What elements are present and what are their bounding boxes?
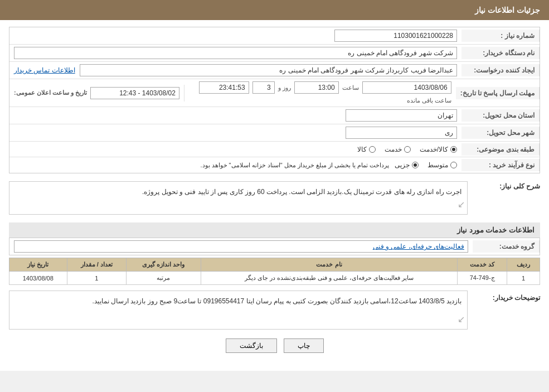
process-radio-medium[interactable]: متوسط [427, 161, 457, 169]
deadline-days-label: روز و [278, 84, 291, 91]
narration-box: اجرت راه اندازی رله های قدرت ترمینال یک.… [9, 181, 468, 215]
requester-org-value-cell: شرکت شهر فرودگاهی امام خمینی ره [9, 45, 461, 61]
deadline-row: مهلت ارسال پاسخ تا تاریخ: 1403/08/06 ساع… [9, 79, 540, 107]
creator-row: ایجاد کننده درخواست: عبدالرضا فریب کاربر… [9, 62, 540, 79]
province-label: استان محل تحویل: [461, 109, 540, 122]
cell-code: ج-749-74 [458, 272, 507, 285]
requester-org-row: نام دستگاه خریدار: شرکت شهر فرودگاهی اما… [9, 45, 540, 62]
city-label: شهر محل تحویل: [461, 127, 540, 139]
announce-value-input: 1403/08/02 - 12:43 [90, 87, 179, 99]
desc-resize-handle-icon: ↙ [458, 312, 465, 328]
col-row: ردیف [507, 258, 540, 272]
group-service-row: گروه خدمت: فعالیت‌های حرفه‌ای، علمی و فن… [9, 238, 540, 255]
deadline-time-input: 13:00 [294, 81, 339, 94]
need-number-label: شماره نیاز : [461, 30, 540, 42]
province-value-cell: تهران [9, 107, 461, 124]
cell-row: 1 [507, 272, 540, 285]
services-table: ردیف کد خدمت نام خدمت واحد اندازه گیری ت… [9, 258, 540, 285]
category-radio-kala-service[interactable]: کالا/خدمت [420, 146, 457, 153]
deadline-date-input: 1403/08/06 [362, 81, 451, 94]
deadline-label: مهلت ارسال پاسخ تا تاریخ: [456, 87, 540, 99]
deadline-days-input: 3 [252, 81, 275, 94]
creator-label: ایجاد کننده درخواست: [461, 64, 540, 76]
page-title: جزئیات اطلاعات نیاز [475, 6, 540, 14]
category-label: طبقه بندی موضوعی: [461, 143, 540, 156]
category-radio-kala-circle [369, 146, 376, 153]
need-number-input: 1103001621000228 [334, 30, 457, 42]
process-radio-small[interactable]: جزیی [395, 161, 419, 169]
city-value-cell: ری [9, 124, 461, 141]
services-table-header-row: ردیف کد خدمت نام خدمت واحد اندازه گیری ت… [9, 258, 540, 272]
print-button[interactable]: چاپ [284, 338, 324, 353]
process-radio-group: متوسط جزیی [395, 161, 457, 169]
back-button[interactable]: بازگشت [226, 338, 277, 353]
buyer-desc-label: توضیحات خریدار: [473, 291, 540, 302]
narration-label: شرح کلی نیاز: [473, 179, 540, 190]
announce-section: 1403/08/02 - 12:43 تاریخ و ساعت اعلان عم… [9, 85, 184, 101]
deadline-time-label: ساعت [342, 84, 359, 91]
buyer-description-section: توضیحات خریدار: بازدید 1403/8/5 ساعت12،ا… [9, 291, 540, 330]
deadline-time-inner: 1403/08/06 ساعت 13:00 روز و 3 23:41:53 [189, 81, 451, 104]
cell-unit: مرتبه [127, 272, 201, 285]
services-title: اطلاعات خدمات مورد نیاز [9, 222, 540, 238]
category-value-cell: کالا/خدمت خدمت کالا [9, 143, 461, 156]
requester-org-label: نام دستگاه خریدار: [461, 47, 540, 59]
deadline-value-cell: 1403/08/06 ساعت 13:00 روز و 3 23:41:53 [184, 79, 456, 107]
resize-handle-icon: ↙ [458, 197, 465, 213]
province-input: تهران [346, 109, 457, 122]
footer-buttons: چاپ بازگشت [9, 338, 540, 353]
col-date: تاریخ نیاز [9, 258, 67, 272]
page-wrapper: جزئیات اطلاعات نیاز شماره نیاز : 1103001… [0, 0, 549, 371]
creator-input: عبدالرضا فریب کاربرداز شرکت شهر فرودگاهی… [80, 64, 457, 76]
services-table-body: 1 ج-749-74 سایر فعالیت‌های حرفه‌ای، علمی… [9, 272, 540, 285]
col-code: کد خدمت [458, 258, 507, 272]
announce-label: تاریخ و ساعت اعلان عمومی: [14, 89, 87, 96]
process-value-cell: متوسط جزیی پرداخت تمام یا بخشی از مبلغ خ… [9, 159, 461, 171]
process-radio-medium-circle [450, 162, 457, 168]
narration-section: شرح کلی نیاز: اجرت راه اندازی رله های قد… [9, 179, 540, 217]
process-row: نوع فرآیند خرید : متوسط جزیی پرداخت تمام… [9, 157, 540, 173]
col-quantity: تعداد / مقدار [67, 258, 127, 272]
buyer-desc-wrapper: توضیحات خریدار: بازدید 1403/8/5 ساعت12،ا… [9, 291, 540, 330]
col-unit: واحد اندازه گیری [127, 258, 201, 272]
cell-quantity: 1 [67, 272, 127, 285]
city-row: شهر محل تحویل: ری [9, 124, 540, 142]
process-label: نوع فرآیند خرید : [461, 159, 540, 171]
contact-link[interactable]: اطلاعات تماس خریدار [14, 66, 75, 74]
narration-wrapper: شرح کلی نیاز: اجرت راه اندازی رله های قد… [9, 179, 540, 217]
creator-value-cell: عبدالرضا فریب کاربرداز شرکت شهر فرودگاهی… [9, 62, 461, 79]
category-radio-service-circle [404, 146, 411, 153]
process-radio-small-circle [412, 162, 419, 168]
category-radio-group: کالا/خدمت خدمت کالا [357, 146, 457, 153]
group-service-value-cell: فعالیت‌های حرفه‌ای، علمی و فنی [9, 238, 473, 255]
deadline-remaining-label: ساعت باقی مانده [407, 97, 451, 104]
buyer-desc-box: بازدید 1403/8/5 ساعت12،اسامی بازدید کنند… [9, 291, 468, 330]
need-number-value-cell: 1103001621000228 [9, 27, 461, 44]
category-radio-kala-service-circle [450, 146, 457, 153]
table-row: 1 ج-749-74 سایر فعالیت‌های حرفه‌ای، علمی… [9, 272, 540, 285]
group-service-label: گروه خدمت: [473, 240, 540, 253]
content-area: شماره نیاز : 1103001621000228 نام دستگاه… [0, 20, 549, 360]
category-row: طبقه بندی موضوعی: کالا/خدمت خدمت [9, 142, 540, 157]
deadline-remaining-input: 23:41:53 [199, 81, 249, 94]
page-header: جزئیات اطلاعات نیاز [0, 0, 549, 20]
process-note: پرداخت تمام یا بخشی از مبلغ خریداز محل "… [200, 162, 389, 169]
col-name: نام خدمت [201, 258, 457, 272]
services-section: اطلاعات خدمات مورد نیاز گروه خدمت: فعالی… [9, 222, 540, 285]
requester-org-input: شرکت شهر فرودگاهی امام خمینی ره [14, 47, 457, 59]
cell-name: سایر فعالیت‌های حرفه‌ای، علمی و فنی طبقه… [201, 272, 457, 285]
category-radio-service[interactable]: خدمت [385, 146, 411, 153]
province-row: استان محل تحویل: تهران [9, 107, 540, 124]
category-radio-kala[interactable]: کالا [357, 146, 376, 153]
main-info-section: شماره نیاز : 1103001621000228 نام دستگاه… [9, 27, 540, 173]
city-input: ری [346, 127, 457, 139]
cell-date: 1403/08/08 [9, 272, 67, 285]
group-service-input: فعالیت‌های حرفه‌ای، علمی و فنی [14, 240, 468, 253]
need-number-row: شماره نیاز : 1103001621000228 [9, 27, 540, 45]
